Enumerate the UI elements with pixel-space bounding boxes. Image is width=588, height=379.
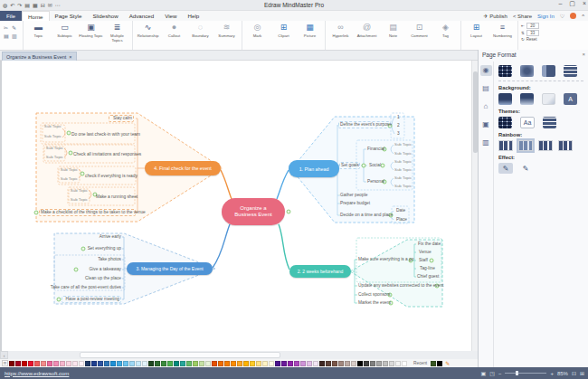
zoom-slider[interactable] [505, 373, 546, 374]
color-swatch[interactable] [212, 361, 217, 366]
color-swatch[interactable] [332, 361, 337, 366]
topic-label[interactable]: Staff [419, 258, 428, 263]
subtopic-button[interactable]: ▭Subtopic [52, 23, 77, 38]
topic-label[interactable]: Sub Topic [70, 197, 88, 203]
color-swatch[interactable] [243, 361, 249, 366]
vertical-scrollbar[interactable] [471, 61, 478, 351]
layout-button[interactable]: ⊞Layout [464, 23, 488, 38]
topic-label[interactable]: Give a takeaway [79, 267, 121, 272]
theme-font-icon[interactable]: Aa [520, 117, 535, 128]
boundary-button[interactable]: ◌Boundary [188, 23, 213, 38]
color-swatch[interactable] [383, 361, 388, 366]
rainbow-option-icon[interactable] [518, 140, 533, 151]
topic-label[interactable]: Venue [419, 250, 432, 255]
color-swatch[interactable] [66, 361, 71, 366]
scroll-left-icon[interactable]: ‹ [0, 351, 8, 359]
topic-label[interactable]: Sub Topic [394, 175, 412, 181]
topic-label[interactable]: Sub Topic [394, 167, 412, 173]
floating-topic-button[interactable]: ▣Floating Topic [79, 23, 103, 38]
color-swatch[interactable] [22, 361, 27, 366]
topic-label[interactable]: Set goals [339, 162, 360, 169]
panel-close-icon[interactable]: × [582, 52, 585, 57]
topic-label[interactable]: Decide on a time and place [340, 213, 393, 218]
color-swatch[interactable] [218, 361, 223, 366]
central-topic[interactable]: Organize a Business Event [222, 198, 285, 225]
color-swatch[interactable] [174, 361, 179, 366]
color-swatch[interactable] [395, 361, 401, 366]
topic-label[interactable]: Clean up the place [74, 276, 121, 281]
zoom-slider-knob[interactable] [516, 371, 518, 375]
branch-final-check[interactable]: 4. Final check for the event [145, 161, 221, 175]
topic-label[interactable]: 3 [397, 131, 400, 137]
topic-label[interactable]: Date [396, 208, 405, 213]
topic-label[interactable]: Market the event [358, 300, 391, 306]
note-button[interactable]: ▤Note [381, 23, 405, 38]
topic-label[interactable]: Sub Topic [394, 159, 412, 165]
collapse-icon[interactable] [430, 259, 433, 262]
numbering-button[interactable]: ≡Numbering [490, 23, 515, 38]
tab-close-icon[interactable]: × [69, 54, 71, 60]
outline-tool-icon[interactable]: ▤ [480, 83, 492, 94]
reset-button[interactable]: ↻Reset [521, 37, 539, 42]
format-tool-icon[interactable]: ◉ [480, 65, 492, 76]
color-swatch[interactable] [180, 361, 185, 366]
palette-pen-icon[interactable]: ✎ [445, 360, 450, 366]
topic-label[interactable]: Define the event's purpose [338, 121, 391, 128]
topic-label[interactable]: Collect sponsors [358, 292, 390, 298]
color-swatch[interactable] [117, 361, 122, 366]
notification-icon[interactable]: ♡ [560, 13, 564, 19]
topic-label[interactable]: Sub Topic [43, 124, 62, 129]
color-swatch[interactable] [193, 361, 198, 366]
callout-button[interactable]: ●Callout [162, 23, 186, 38]
topic-label[interactable]: Sub Topic [394, 184, 412, 189]
color-swatch[interactable] [167, 361, 173, 366]
rainbow-option-icon[interactable] [498, 140, 513, 151]
tag-button[interactable]: ◈Tag [433, 23, 458, 38]
color-swatch[interactable] [98, 361, 103, 366]
layout-style-tree-icon[interactable] [542, 65, 555, 77]
topic-label[interactable]: Make a checklist of the things to be tak… [39, 209, 136, 216]
clipart-button[interactable]: ⊞Clipart [271, 23, 296, 38]
color-swatch[interactable] [34, 361, 40, 366]
color-swatch[interactable] [364, 361, 369, 366]
paste-icon[interactable]: ▤ [4, 33, 11, 40]
collapse-icon[interactable] [362, 164, 365, 167]
layout-style-grid-icon[interactable] [498, 65, 512, 77]
topic-label[interactable]: Prepare budget [340, 201, 370, 206]
topic-label[interactable]: Fix the date [418, 242, 441, 247]
color-swatch[interactable] [72, 361, 78, 366]
color-swatch[interactable] [123, 361, 128, 366]
topic-label[interactable]: Set everything up [71, 246, 121, 251]
color-swatch[interactable] [53, 361, 59, 366]
rainbow-option-icon[interactable] [558, 140, 573, 151]
menu-help[interactable]: Help [183, 11, 205, 21]
color-swatch[interactable] [41, 361, 46, 366]
zoom-level[interactable]: 85% [557, 371, 568, 376]
topic-label[interactable]: Sub Topic [43, 134, 62, 139]
background-option-icon[interactable] [542, 93, 555, 105]
color-swatch[interactable] [142, 361, 147, 366]
hyperlink-button[interactable]: ∞Hyperlink [328, 23, 353, 38]
theme-color-icon[interactable] [543, 117, 556, 128]
topic-label[interactable]: Social [369, 163, 381, 168]
grid-view-icon[interactable]: ⊞ [580, 370, 584, 376]
zoom-in-icon[interactable]: + [550, 371, 554, 376]
collapse-icon[interactable] [69, 151, 72, 155]
color-swatch[interactable] [288, 361, 293, 366]
menu-file[interactable]: File [0, 11, 22, 21]
maximize-button[interactable]: ▢ [569, 0, 575, 7]
color-swatch[interactable] [437, 361, 442, 366]
background-option-icon[interactable]: A [564, 93, 577, 105]
background-option-icon[interactable] [520, 93, 534, 105]
topic-label[interactable]: Make sure everything is a go [358, 257, 413, 262]
collapse-ribbon-icon[interactable]: ^ [582, 14, 584, 19]
horizontal-scrollbar[interactable]: ‹ [0, 351, 478, 359]
paste-special-icon[interactable]: ▥ [12, 33, 19, 40]
zoom-out-icon[interactable]: − [498, 371, 502, 376]
topic-label[interactable]: Tag-line [420, 266, 435, 271]
color-swatch[interactable] [326, 361, 331, 366]
color-swatch[interactable] [148, 361, 154, 366]
color-swatch[interactable] [402, 361, 407, 366]
topic-label[interactable]: Check all invitations and responses [73, 152, 135, 157]
color-swatch[interactable] [275, 361, 280, 366]
